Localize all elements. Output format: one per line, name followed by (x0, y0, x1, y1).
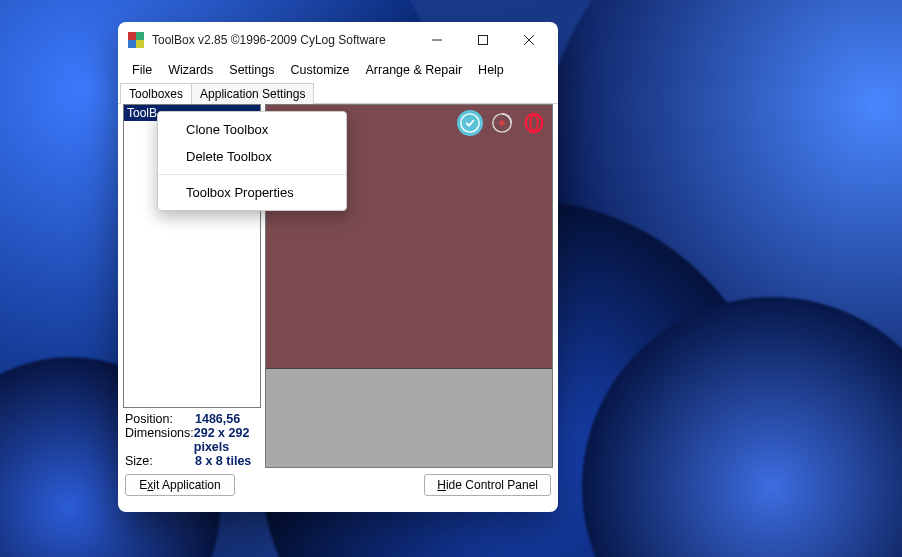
tile-disc-icon[interactable] (489, 110, 515, 136)
menu-help[interactable]: Help (470, 61, 512, 79)
minimize-button[interactable] (414, 24, 460, 56)
menu-settings[interactable]: Settings (221, 61, 282, 79)
menubar: File Wizards Settings Customize Arrange … (118, 58, 558, 82)
menu-arrange-repair[interactable]: Arrange & Repair (358, 61, 471, 79)
size-label: Size: (125, 454, 195, 468)
context-toolbox-properties[interactable]: Toolbox Properties (158, 179, 346, 206)
hide-control-panel-button[interactable]: Hide Control Panel (424, 474, 551, 496)
menu-wizards[interactable]: Wizards (160, 61, 221, 79)
tile-opera-icon[interactable] (521, 110, 547, 136)
svg-rect-1 (479, 36, 488, 45)
dimensions-value: 292 x 292 pixels (194, 426, 259, 454)
svg-point-6 (499, 120, 505, 126)
window-title: ToolBox v2.85 ©1996-2009 CyLog Software (152, 33, 386, 47)
svg-point-8 (530, 116, 537, 131)
titlebar[interactable]: ToolBox v2.85 ©1996-2009 CyLog Software (118, 22, 558, 58)
context-separator (158, 174, 346, 175)
context-menu: Clone Toolbox Delete Toolbox Toolbox Pro… (157, 111, 347, 211)
position-label: Position: (125, 412, 195, 426)
svg-point-4 (461, 114, 479, 132)
tile-app1-icon[interactable] (457, 110, 483, 136)
context-clone-toolbox[interactable]: Clone Toolbox (158, 116, 346, 143)
app-icon (128, 32, 144, 48)
info-block: Position: 1486,56 Dimensions: 292 x 292 … (123, 408, 261, 468)
context-delete-toolbox[interactable]: Delete Toolbox (158, 143, 346, 170)
position-value: 1486,56 (195, 412, 240, 426)
app-window: ToolBox v2.85 ©1996-2009 CyLog Software … (118, 22, 558, 512)
preview-empty-area (266, 369, 552, 467)
tab-toolboxes[interactable]: Toolboxes (120, 83, 192, 104)
size-value: 8 x 8 tiles (195, 454, 251, 468)
menu-file[interactable]: File (124, 61, 160, 79)
tab-application-settings[interactable]: Application Settings (191, 83, 314, 104)
tabstrip: Toolboxes Application Settings (118, 82, 558, 104)
maximize-button[interactable] (460, 24, 506, 56)
dimensions-label: Dimensions: (125, 426, 194, 454)
close-button[interactable] (506, 24, 552, 56)
exit-application-button[interactable]: Exit Application (125, 474, 235, 496)
menu-customize[interactable]: Customize (282, 61, 357, 79)
